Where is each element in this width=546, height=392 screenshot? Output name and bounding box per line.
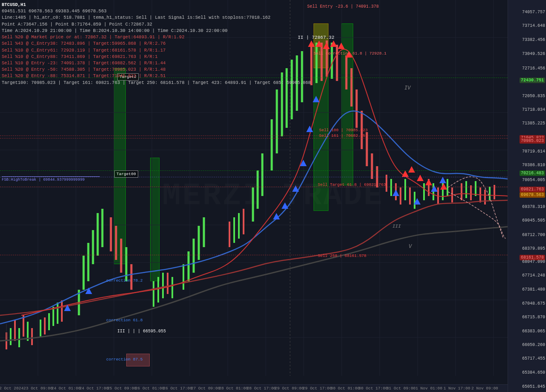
time-label-1: 23 Oct 09:00 [23, 386, 52, 391]
price-label-16: 69678.563 [520, 192, 545, 198]
price-label-3: 73049.526 [522, 52, 545, 56]
price-label-22: 68047.090 [522, 259, 545, 264]
price-label-13: 70216.483 [520, 170, 545, 176]
price-label-27: 66383.065 [522, 329, 545, 334]
price-label-24: 67381.480 [522, 287, 545, 292]
price-label-6: 72050.835 [522, 94, 545, 98]
svg-marker-110 [338, 43, 345, 49]
time-label-8: 28 Oct 01:00 [219, 386, 248, 391]
svg-marker-128 [439, 177, 446, 183]
price-label-15: 69821.763 [520, 187, 545, 192]
price-label-4: 72716.456 [522, 66, 545, 71]
svg-marker-122 [313, 96, 319, 102]
price-label-12: 70386.810 [522, 163, 545, 167]
time-label-9: 28 Oct 17:00 [247, 386, 276, 391]
price-label-30: 65384.650 [522, 370, 545, 375]
time-label-4: 25 Oct 09:00 [107, 386, 136, 391]
price-label-2: 73382.456 [522, 37, 545, 42]
time-label-12: 30 Oct 01:00 [331, 386, 360, 391]
hline-70216 [0, 170, 508, 171]
price-axis: 74057.75773714.64873382.45673049.5267271… [508, 0, 546, 392]
time-label-2: 24 Oct 01:00 [51, 386, 80, 391]
svg-marker-113 [408, 166, 415, 173]
svg-marker-125 [392, 190, 399, 196]
info-panel: BTCUSD,H1 69451.531 69678.563 69383.445 … [2, 2, 311, 86]
time-label-3: 24 Oct 17:00 [79, 386, 108, 391]
fsb-label: FSB:HighToBreak | 69844.937999999999 [2, 176, 100, 182]
price-label-23: 67714.248 [522, 273, 545, 278]
time-label-15: 1 Nov 01:00 [415, 386, 442, 391]
line3: Time A:2024.10.29 21:00:00 | Time B:2024… [2, 28, 311, 34]
time-label-5: 26 Oct 01:00 [135, 386, 164, 391]
hline-71045 [0, 135, 508, 136]
hline-69821 [0, 187, 508, 187]
sell1: Sell %20 @ Market price or at: 72867.32 … [2, 34, 311, 40]
line2: Point A:73647.156 | Point B:71764.859 | … [2, 21, 311, 28]
price-label-11: 70719.614 [522, 149, 545, 154]
symbol-line: BTCUSD,H1 [2, 2, 311, 8]
hline-68161 [0, 255, 508, 255]
price-label-14: 70054.005 [522, 178, 545, 182]
time-label-13: 30 Oct 17:00 [358, 386, 387, 391]
price-label-20: 68379.895 [522, 246, 545, 251]
time-axis: 22 Oct 202423 Oct 09:0024 Oct 01:0024 Oc… [0, 384, 508, 392]
svg-marker-124 [85, 288, 92, 294]
price-label-31: 65051.845 [522, 384, 545, 389]
sell3: Sell %10 @ C_Entry61: 72928.119 | Target… [2, 47, 311, 54]
price-label-18: 69045.505 [522, 218, 545, 223]
price-label-8: 71385.225 [522, 121, 545, 126]
time-label-0: 22 Oct 2024 [0, 386, 23, 391]
svg-marker-112 [402, 170, 409, 177]
price-label-25: 67048.675 [522, 301, 545, 306]
price-data-line: 69451.531 69678.563 69383.445 69678.563 [2, 8, 311, 14]
line1: Line:1485 | h1_atr_c0: 518.7881 | tema_h… [2, 14, 311, 21]
time-label-17: 2 Nov 09:00 [471, 386, 498, 391]
sell6: Sell %20 @ Entry -50: 74588.305 | Target… [2, 66, 311, 73]
price-label-10: 70985.023 [520, 138, 545, 144]
targets-line: Target100: 70985.023 | Target 161: 69821… [2, 80, 311, 86]
sell2: Sell %43 @ C_Entry38: 72483.896 | Target… [2, 40, 311, 47]
svg-marker-118 [282, 202, 288, 209]
time-label-6: 26 Oct 17:00 [163, 386, 192, 391]
chart-container: MERZI TRADE BTCUSD,H1 69451.531 69678.56… [0, 0, 546, 392]
price-label-7: 71718.034 [522, 107, 545, 112]
price-label-17: 69378.310 [522, 205, 545, 209]
price-label-0: 74057.757 [522, 10, 545, 14]
svg-marker-115 [425, 179, 432, 185]
price-label-26: 66715.870 [522, 315, 545, 320]
sell7: Sell %20 @ Entry -88: 75314.871 | Target… [2, 73, 311, 79]
price-label-5: 72430.751 [520, 78, 545, 83]
sell5: Sell %10 @ Entry -23: 74091.378 | Target… [2, 60, 311, 66]
time-label-16: 1 Nov 17:00 [444, 386, 470, 391]
price-label-28: 66050.260 [522, 343, 545, 347]
time-label-7: 27 Oct 09:00 [191, 386, 220, 391]
price-label-19: 68712.700 [522, 233, 545, 237]
svg-marker-108 [323, 43, 330, 49]
time-label-14: 31 Oct 09:00 [386, 386, 415, 391]
time-label-10: 29 Oct 09:00 [275, 386, 304, 391]
sell4: Sell %10 @ C_Entry88: 73411.869 | Target… [2, 54, 311, 60]
hline-70985 [0, 138, 508, 138]
price-label-29: 65717.455 [522, 356, 545, 361]
price-label-1: 73714.648 [522, 23, 545, 28]
time-label-11: 29 Oct 17:00 [303, 386, 332, 391]
